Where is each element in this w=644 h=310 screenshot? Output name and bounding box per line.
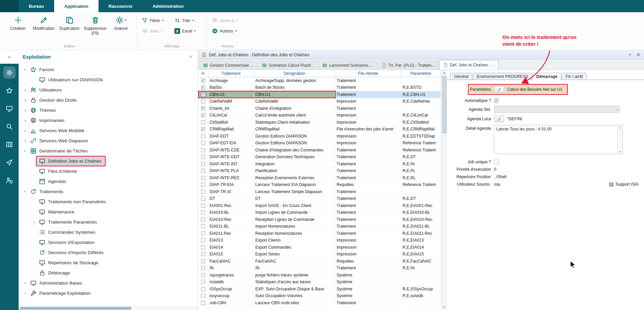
rail-columns-button[interactable] xyxy=(3,138,16,150)
row-checkbox[interactable] xyxy=(201,259,205,263)
tree-item-parametrage-exploitation[interactable]: ›Paramétrage Exploitation xyxy=(19,288,198,298)
table-row-cbn-u1[interactable]: ✓CBN-U1CBN-U1TraitementR,E,CBN-U1 xyxy=(198,91,441,98)
document-tab-def-jobs-et-chaines[interactable]: Déf. Jobs et Chaînes : ... xyxy=(439,60,498,69)
table-row-dt[interactable]: DTDTTraitementR,E,DT xyxy=(198,195,441,203)
table-row-in[interactable]: ININTraitementR,E,IN xyxy=(198,265,441,272)
close-icon[interactable]: × xyxy=(189,54,192,60)
table-row-diap-tr-si[interactable]: DIAP-TR-SILanceur Traitement Simple Diap… xyxy=(198,188,441,195)
chevron-collapsed-icon[interactable]: › xyxy=(23,281,28,286)
tree-item-deblocage[interactable]: Déblocage xyxy=(19,268,198,278)
table-row-diap-inte-cde[interactable]: DIAP-INTE-CDEChaine d'Integration des Co… xyxy=(198,147,441,154)
excel-button[interactable]: XExcel▾ xyxy=(173,27,203,35)
row-checkbox[interactable] xyxy=(201,190,205,194)
tree-item-sessions-d-exportation[interactable]: Sessions d'Exportation xyxy=(19,237,198,247)
chevron-collapsed-icon[interactable]: › xyxy=(31,220,37,225)
row-checkbox[interactable] xyxy=(201,301,205,305)
avance-button[interactable]: ▾Avancé xyxy=(108,14,133,31)
row-checkbox[interactable] xyxy=(201,134,205,138)
row-checkbox[interactable] xyxy=(201,245,205,249)
chevron-expanded-icon[interactable]: › xyxy=(23,67,28,72)
parametres-edit-button[interactable] xyxy=(494,86,504,93)
tree-item-administration-bases[interactable]: ›Administration Bases xyxy=(19,278,198,288)
table-row-diap-inte-rec[interactable]: DIAP-INTE-RECReception Evenements Extern… xyxy=(198,174,441,182)
chevron-collapsed-icon[interactable]: › xyxy=(23,291,28,296)
table-row-diap-edt[interactable]: DIAP-EDTGestion Editions DIAPASONImpress… xyxy=(198,133,441,140)
detail-tab-fin-arret[interactable]: Fin / arrêt xyxy=(562,73,586,80)
row-checkbox[interactable] xyxy=(201,155,205,159)
table-row-eia010-rec[interactable]: EIA010-RecReception Lignes de CommandeTr… xyxy=(198,216,441,223)
tree-item-services-web-mobilite[interactable]: ›Services Web Mobilité xyxy=(19,125,198,136)
column-header-file-attente[interactable]: File Attente xyxy=(335,70,401,77)
tree-item-gestion-des-droits[interactable]: ›Gestion des Droits xyxy=(19,95,198,105)
table-row-eia010-bl[interactable]: EIA010-BLImport Lignes de CommandeTraite… xyxy=(198,209,441,216)
rail-search-button[interactable] xyxy=(3,120,16,132)
acces-a-button[interactable]: Accès à▾ xyxy=(211,17,244,24)
rail-gear-button[interactable] xyxy=(3,66,16,79)
scroll-down-icon[interactable]: ▼ xyxy=(442,305,447,310)
row-checkbox[interactable] xyxy=(201,120,205,124)
table-row-job-cbn[interactable]: Job-CBNLanceur CBN multi-sitesTraitement xyxy=(198,299,441,307)
table-row-batsto[interactable]: ✓BatStoBatch de StocksTraitementR,E,BSTO xyxy=(198,84,441,91)
sidebar-horizontal-scrollbar[interactable] xyxy=(19,306,198,310)
menu-tab-application[interactable]: Application xyxy=(54,0,99,12)
table-row-faccalvac[interactable]: FacCalVACFacCalVACRequêtesR,E,FacCalVAC xyxy=(198,258,441,265)
table-row-diap-inte-int[interactable]: DIAP-INTE-INTIntegrationTraitementR,E,IN xyxy=(198,161,441,168)
table-row-eia011-rec[interactable]: EIA011-RecReception NomenclaturesTraitem… xyxy=(198,230,441,237)
detail-tab-demarrage[interactable]: Démarrage xyxy=(533,73,561,80)
row-checkbox[interactable] xyxy=(201,210,205,214)
row-checkbox[interactable] xyxy=(201,218,205,222)
vertical-scrollbar[interactable]: ▲ ▼ xyxy=(441,70,447,310)
row-checkbox[interactable] xyxy=(201,162,205,166)
rail-monitor-button[interactable] xyxy=(3,102,16,115)
tree-item-services-web-diapason[interactable]: ›Services Web Diapason xyxy=(19,136,198,146)
agenda-loca-edit-button[interactable] xyxy=(494,116,504,122)
table-row-eia013[interactable]: EIA013Export ClientsImpressionR,E,EIA013 xyxy=(198,237,441,244)
automatique-checkbox[interactable]: ✓ xyxy=(494,98,499,103)
table-row-diap-inte-pla[interactable]: DIAP-INTE-PLAPlanificationTraitementR,E,… xyxy=(198,168,441,175)
rail-usershield-button[interactable] xyxy=(3,174,16,186)
menu-tab-bureau[interactable]: Bureau xyxy=(19,0,54,12)
row-checkbox[interactable] xyxy=(201,169,205,173)
tree-item-maintenance[interactable]: Maintenance xyxy=(19,207,198,217)
row-checkbox[interactable] xyxy=(201,280,205,284)
detail-tab-general[interactable]: Général xyxy=(450,73,472,80)
row-checkbox[interactable]: ✓ xyxy=(201,113,205,117)
detail-agenda-textarea[interactable]: Lancer Tous les jours : A 01:00 ▲▼ xyxy=(494,125,623,154)
table-row-eia011-bl[interactable]: EIA011-BLImport NomenclaturesTraitementR… xyxy=(198,223,441,230)
scrollbar-thumb[interactable] xyxy=(20,307,131,310)
table-row-issysoccup[interactable]: ISSysOccupEXP: Suivi Occupation Disque &… xyxy=(198,286,441,293)
document-tab-scenarios-calcul-planif[interactable]: Scénarios Calcul Planif... xyxy=(258,61,318,69)
row-checkbox[interactable] xyxy=(201,294,205,298)
trier-button[interactable]: Trier▾ xyxy=(173,17,203,24)
tree-item-gestionnaire-de-taches[interactable]: ›Gestionnaire de Tâches xyxy=(19,146,198,156)
table-row-eia001-rec[interactable]: EIA001-RecImport SAGE - En Cours ClientT… xyxy=(198,202,441,209)
row-checkbox[interactable] xyxy=(201,176,205,180)
detail-tab-environnement-progress[interactable]: Environnement PROGRESS xyxy=(473,73,532,80)
close-icon[interactable] xyxy=(636,53,641,57)
document-tab-trt-par-plg-traitem[interactable]: Trt. Par. (PLG) : Traitem... xyxy=(378,61,439,69)
column-header-a[interactable]: A xyxy=(198,70,208,77)
table-row-ispurgetraces[interactable]: ispurgetracespurge fichiers traces systè… xyxy=(198,272,441,279)
menu-tab-raccourcis[interactable]: Raccourcis xyxy=(99,0,143,12)
column-header-designation[interactable]: Désignation xyxy=(254,70,335,77)
scrollbar-thumb[interactable] xyxy=(442,76,447,133)
row-checkbox[interactable] xyxy=(201,238,205,242)
chevron-down-icon[interactable] xyxy=(628,53,632,57)
rail-rocket-button[interactable] xyxy=(3,156,16,168)
tree-item-utilisateurs[interactable]: ›Utilisateurs xyxy=(19,85,198,95)
row-checkbox[interactable] xyxy=(201,273,205,277)
table-row-issysoccup[interactable]: issysoccupSuivi Occupation VolumesSystèm… xyxy=(198,293,441,300)
tree-item-files-d-attente[interactable]: Files d'Attente xyxy=(19,166,198,176)
document-tab-lancement-scenarios[interactable]: Lancement Scénarios ... xyxy=(319,61,377,69)
row-checkbox[interactable] xyxy=(201,141,205,145)
tree-item-commandes-systemes[interactable]: Commandes Systèmes xyxy=(19,227,198,237)
agenda-std-select[interactable]: ▾ xyxy=(494,106,620,113)
row-checkbox[interactable] xyxy=(201,99,205,103)
table-row-chaine-int[interactable]: ✓Chaine_IntChaine d'intégrationTraitemen… xyxy=(198,105,441,112)
duplication-button[interactable]: Duplication xyxy=(57,14,82,31)
document-tab-gestion-commerciale[interactable]: Gestion Commerciale ... xyxy=(199,61,257,69)
table-row-eia014[interactable]: EIA014Export CommandesImpressionR,E,EIA0… xyxy=(198,244,441,251)
tree-item-traitements[interactable]: ›Traitements xyxy=(19,186,198,197)
row-checkbox[interactable] xyxy=(201,204,205,208)
tree-item-sessions-d-imports-differes[interactable]: Sessions d'Imports Différés xyxy=(19,247,198,257)
